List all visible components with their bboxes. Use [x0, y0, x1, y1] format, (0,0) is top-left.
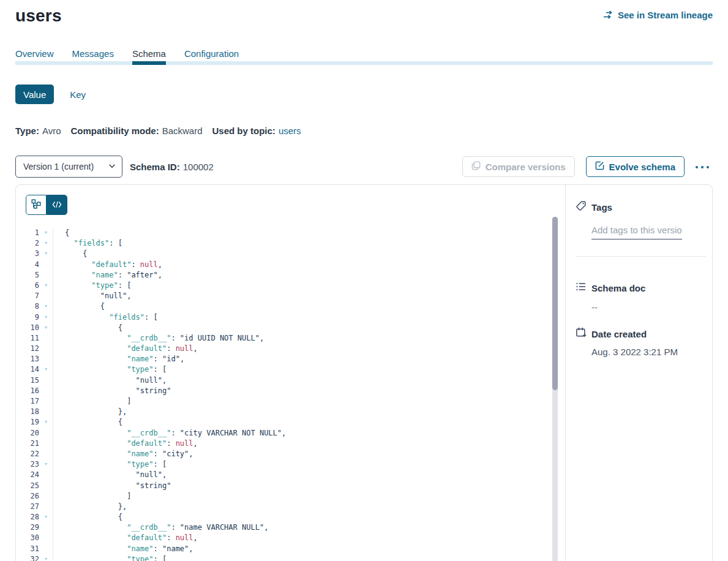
line-number: 9 — [16, 312, 39, 323]
fold-toggle-icon[interactable]: ▼ — [39, 323, 53, 333]
line-number: 30 — [16, 533, 39, 543]
version-select[interactable]: Version 1 (current) — [15, 156, 122, 178]
more-options-button[interactable] — [692, 160, 713, 174]
fold-spacer — [39, 386, 53, 396]
fold-spacer — [39, 344, 53, 354]
edit-icon — [595, 161, 604, 172]
fold-toggle-icon[interactable]: ▼ — [39, 554, 53, 561]
tab-underline-strip — [15, 61, 713, 65]
code-text: "__crdb__": "id UUID NOT NULL", — [53, 333, 264, 344]
line-number: 3 — [16, 249, 39, 259]
fold-spacer — [39, 396, 53, 407]
fold-spacer — [39, 428, 53, 439]
tab-bar: OverviewMessagesSchemaConfiguration — [15, 48, 713, 61]
code-text: { — [53, 301, 105, 312]
topic-link[interactable]: users — [279, 126, 301, 136]
code-text: "default": null, — [53, 533, 198, 543]
line-number: 1 — [16, 228, 39, 238]
fold-spacer — [39, 291, 53, 301]
fold-toggle-icon[interactable]: ▼ — [39, 312, 53, 323]
line-number: 15 — [16, 375, 39, 386]
tab-overview[interactable]: Overview — [15, 48, 54, 61]
line-number: 8 — [16, 301, 39, 312]
tab-configuration[interactable]: Configuration — [184, 48, 239, 61]
fold-toggle-icon[interactable]: ▼ — [39, 280, 53, 291]
line-number: 7 — [16, 291, 39, 301]
line-number: 25 — [16, 481, 39, 491]
calendar-icon — [576, 327, 587, 341]
evolve-schema-button[interactable]: Evolve schema — [586, 156, 685, 177]
date-created-section: Date created Aug. 3 2022 3:21 PM — [566, 327, 712, 357]
fold-toggle-icon[interactable]: ▼ — [39, 364, 53, 375]
fold-spacer — [39, 544, 53, 554]
schema-id: Schema ID: 100002 — [130, 162, 214, 172]
code-text: "name": "name", — [53, 544, 193, 554]
ellipsis-icon — [694, 162, 710, 171]
line-number: 11 — [16, 333, 39, 344]
schema-code-pane: 1▼{2▼ "fields": [3▼ {4 "default": null,5… — [16, 185, 565, 561]
code-text: ] — [53, 396, 131, 407]
fold-spacer — [39, 354, 53, 364]
fold-spacer — [39, 333, 53, 344]
compare-versions-button[interactable]: Compare versions — [462, 156, 575, 177]
code-line: 4 "default": null, — [16, 260, 565, 270]
meta-compatibility-mode: Compatibility mode:Backward — [70, 126, 202, 136]
code-scrollbar-thumb[interactable] — [552, 217, 558, 390]
tags-title: Tags — [591, 202, 612, 213]
meta-type: Type:Avro — [15, 126, 61, 136]
code-text: ] — [53, 491, 131, 502]
code-line: 25 "string" — [16, 481, 565, 491]
see-in-stream-lineage-link[interactable]: See in Stream lineage — [603, 10, 713, 20]
date-created-heading: Date created — [576, 327, 712, 341]
code-text: "null", — [53, 375, 167, 386]
line-number: 13 — [16, 354, 39, 364]
tab-messages[interactable]: Messages — [72, 48, 114, 61]
fold-toggle-icon[interactable]: ▼ — [39, 228, 53, 238]
code-text: "fields": [ — [53, 312, 158, 323]
schema-doc-heading: Schema doc — [576, 281, 712, 295]
code-line: 28▼ { — [16, 512, 565, 522]
key-tab-button[interactable]: Key — [70, 89, 86, 100]
tree-view-icon — [31, 199, 41, 211]
code-line: 13 "name": "id", — [16, 354, 565, 364]
compare-versions-icon — [471, 161, 481, 172]
fold-toggle-icon[interactable]: ▼ — [39, 238, 53, 249]
fold-spacer — [39, 270, 53, 280]
code-view-icon — [52, 200, 62, 211]
list-icon — [576, 281, 587, 295]
fold-toggle-icon[interactable]: ▼ — [39, 301, 53, 312]
add-tags-input[interactable] — [591, 225, 682, 239]
meta-label: Used by topic: — [212, 126, 276, 136]
fold-spacer — [39, 260, 53, 270]
schema-id-label: Schema ID: — [130, 162, 180, 172]
code-line: 15 "null", — [16, 375, 565, 386]
meta-used-by-topic: Used by topic:users — [212, 126, 301, 136]
tags-heading: Tags — [576, 200, 712, 214]
fold-spacer — [39, 449, 53, 459]
fold-spacer — [39, 502, 53, 512]
code-text: "type": [ — [53, 364, 167, 375]
tab-schema[interactable]: Schema — [132, 48, 166, 61]
code-view-button[interactable] — [47, 195, 67, 215]
code-line: 24 "null", — [16, 470, 565, 480]
fold-toggle-icon[interactable]: ▼ — [39, 459, 53, 470]
compare-versions-label: Compare versions — [486, 162, 566, 172]
line-number: 24 — [16, 470, 39, 480]
code-line: 11 "__crdb__": "id UUID NOT NULL", — [16, 333, 565, 344]
page-title: users — [15, 6, 62, 26]
code-text: { — [53, 417, 122, 427]
tree-view-button[interactable] — [26, 195, 47, 215]
code-scrollbar-track[interactable] — [552, 217, 558, 561]
code-line: 8▼ { — [16, 301, 565, 312]
code-line: 1▼{ — [16, 228, 565, 238]
value-tab-button[interactable]: Value — [15, 85, 54, 104]
value-key-toggle: Value Key — [15, 85, 713, 104]
code-line: 7 "null", — [16, 291, 565, 301]
fold-toggle-icon[interactable]: ▼ — [39, 417, 53, 427]
line-number: 20 — [16, 428, 39, 439]
page-header: users See in Stream lineage — [15, 0, 713, 26]
code-line: 6▼ "type": [ — [16, 280, 565, 291]
schema-doc-value: -- — [591, 302, 712, 312]
fold-toggle-icon[interactable]: ▼ — [39, 249, 53, 259]
fold-toggle-icon[interactable]: ▼ — [39, 512, 53, 522]
